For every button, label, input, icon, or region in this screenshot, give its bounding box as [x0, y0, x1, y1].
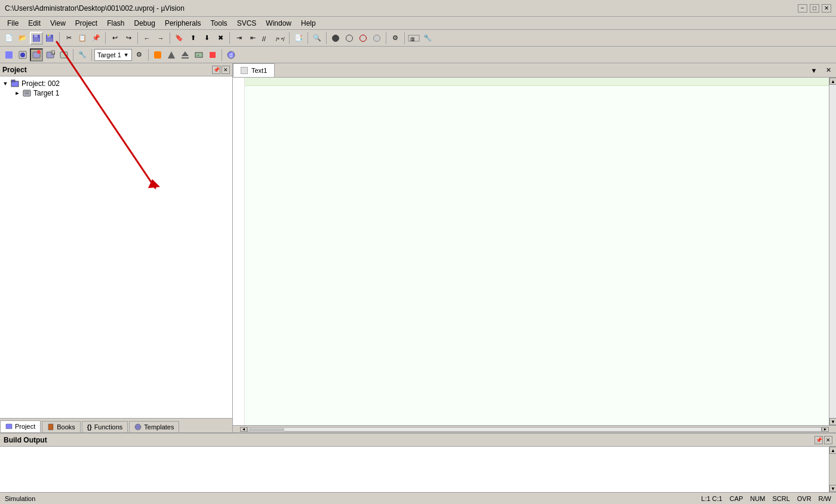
target-settings-button[interactable]: ⚙	[133, 48, 146, 62]
editor-tabs-left: Text1	[233, 63, 275, 77]
close-button[interactable]: ✕	[822, 4, 831, 13]
paste-button[interactable]: 📌	[90, 32, 103, 45]
build-output-pin-button[interactable]: 📌	[815, 436, 823, 444]
build-button[interactable]	[165, 48, 178, 62]
target-color-button[interactable]	[151, 48, 164, 62]
svg-point-13	[20, 53, 25, 57]
nav-fwd-button[interactable]: →	[154, 32, 167, 45]
indent-button[interactable]: ⇥	[232, 32, 245, 45]
tree-children: ► Target 1	[2, 88, 230, 98]
redo-button[interactable]: ↪	[122, 32, 135, 45]
menu-view[interactable]: View	[45, 18, 70, 29]
tab-project[interactable]: Project	[0, 420, 41, 432]
save-all-button[interactable]	[44, 32, 57, 45]
vscroll-up-button[interactable]: ▲	[829, 78, 836, 85]
vscroll-track[interactable]	[829, 85, 836, 418]
build-all-button[interactable]	[179, 48, 192, 62]
status-num: NUM	[750, 495, 765, 502]
tb2-btn4[interactable]: LBL	[44, 48, 57, 62]
vscroll-down-button[interactable]: ▼	[829, 418, 836, 425]
menu-window[interactable]: Window	[261, 18, 296, 29]
tree-root[interactable]: ▼ Project: 002	[2, 79, 230, 88]
hscroll-right-button[interactable]: ►	[822, 427, 829, 432]
build-vscroll-down-button[interactable]: ▼	[829, 485, 836, 492]
view-options-button[interactable]: ▥	[407, 32, 420, 45]
hscroll-thumb[interactable]	[248, 428, 284, 432]
debug-circle1	[329, 32, 342, 45]
uncomment-button[interactable]: /* */	[273, 32, 287, 45]
svg-text:▥: ▥	[410, 36, 415, 42]
menu-help[interactable]: Help	[296, 18, 321, 29]
svg-text:d: d	[229, 52, 233, 59]
unindent-button[interactable]: ⇤	[246, 32, 259, 45]
build-output-close-button[interactable]: ✕	[824, 436, 832, 444]
status-scrl: SCRL	[772, 495, 789, 502]
maximize-button[interactable]: □	[810, 4, 819, 13]
editor-content[interactable]	[245, 78, 836, 425]
stop-build-button[interactable]	[206, 48, 219, 62]
next-bookmark-button[interactable]: ⬇	[200, 32, 213, 45]
tab-templates[interactable]: Templates	[129, 421, 179, 432]
tb2-btn1[interactable]	[2, 48, 16, 62]
functions-tab-icon: {}	[87, 424, 92, 431]
title-text: C:\Users\Administrator\Desktop\001\002.u…	[5, 4, 185, 13]
new-file-button[interactable]: 📄	[2, 32, 16, 45]
target-options-button[interactable]: 🔧	[76, 48, 89, 62]
hscroll-track[interactable]	[247, 427, 822, 432]
save-button[interactable]	[30, 32, 43, 45]
tab-functions-label: Functions	[94, 423, 123, 431]
tb2-btn5[interactable]	[57, 48, 70, 62]
undo-button[interactable]: ↩	[108, 32, 121, 45]
editor-hscrollbar[interactable]: ◄ ►	[233, 425, 836, 432]
build-vscroll-up-button[interactable]: ▲	[829, 447, 836, 454]
target-dropdown[interactable]: Target 1 ▼	[94, 49, 132, 61]
editor-tab-text1[interactable]: Text1	[233, 63, 275, 77]
hscroll-left-button[interactable]: ◄	[240, 427, 247, 432]
build-output-vscrollbar[interactable]: ▲ ▼	[829, 447, 836, 492]
menu-flash[interactable]: Flash	[102, 18, 129, 29]
prev-bookmark-button[interactable]: ⬆	[186, 32, 199, 45]
settings-button[interactable]: ⚙	[389, 32, 402, 45]
menu-svcs[interactable]: SVCS	[232, 18, 262, 29]
translate-button[interactable]: →	[192, 48, 205, 62]
svg-rect-2	[33, 38, 39, 42]
menu-tools[interactable]: Tools	[206, 18, 232, 29]
dropdown-arrow-icon: ▼	[124, 52, 129, 58]
find-button[interactable]: 🔍	[311, 32, 324, 45]
open-file-button[interactable]: 📂	[16, 32, 29, 45]
editor-vscrollbar[interactable]: ▲ ▼	[829, 78, 836, 425]
svg-rect-34	[6, 424, 12, 429]
minimize-button[interactable]: −	[798, 4, 807, 13]
menu-project[interactable]: Project	[70, 18, 102, 29]
open-doc-button[interactable]: 📑	[292, 32, 305, 45]
menu-debug[interactable]: Debug	[130, 18, 160, 29]
tree-target1[interactable]: ► Target 1	[14, 88, 230, 98]
editor-tab-dropdown-button[interactable]: ▼	[807, 64, 820, 77]
status-ovr: OVR	[797, 495, 812, 502]
tb2-btn3[interactable]	[30, 48, 43, 62]
menu-peripherals[interactable]: Peripherals	[160, 18, 206, 29]
tb2-btn2[interactable]	[16, 48, 29, 62]
status-line-col: L:1 C:1	[701, 495, 722, 502]
editor-area[interactable]: ▲ ▼	[233, 78, 836, 425]
panel-close-button[interactable]: ✕	[222, 66, 230, 74]
editor-close-button[interactable]: ✕	[822, 64, 835, 77]
menu-file[interactable]: File	[2, 18, 23, 29]
comment-button[interactable]: //	[260, 32, 273, 45]
tab-project-label: Project	[15, 423, 35, 430]
nav-back-button[interactable]: ←	[140, 32, 153, 45]
menu-edit[interactable]: Edit	[23, 18, 45, 29]
clear-bookmarks-button[interactable]: ✖	[214, 32, 227, 45]
bookmark-button[interactable]: 🔖	[173, 32, 186, 45]
tab-functions[interactable]: {} Functions	[82, 421, 128, 432]
copy-button[interactable]: 📋	[76, 32, 89, 45]
panel-pin-button[interactable]: 📌	[212, 66, 220, 74]
wrench-button[interactable]: 🔧	[421, 32, 434, 45]
svg-marker-22	[182, 51, 189, 56]
svg-point-15	[37, 50, 41, 54]
cut-button[interactable]: ✂	[62, 32, 75, 45]
build-output-header: Build Output 📌 ✕	[0, 434, 836, 447]
editor-tab-controls: ▼ ✕	[806, 63, 836, 78]
debug-start-button[interactable]: d	[225, 48, 238, 62]
tab-books[interactable]: Books	[42, 421, 81, 432]
